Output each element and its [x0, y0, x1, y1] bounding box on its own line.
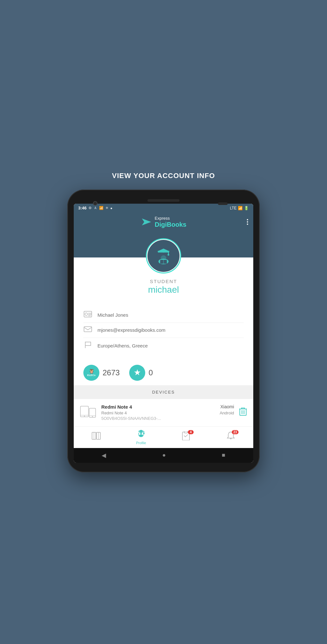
signal-icon: 📶 [238, 206, 243, 210]
student-role-label: STUDENT [150, 279, 177, 284]
app-header: Express DigiBooks [74, 212, 253, 232]
stars-count: 0 [148, 368, 153, 377]
logo-digibooks: DigiBooks [155, 221, 187, 228]
location-row: Europe/Athens, Greece [83, 338, 244, 354]
speaker [147, 199, 180, 202]
stars-stat: ★ 0 [129, 365, 153, 381]
star-badge: ★ [129, 365, 145, 381]
device-brand: Xiaomi [220, 404, 234, 409]
device-id: 5O0VB4OS5I-SNAAVNNEG3-... [101, 416, 161, 421]
logo-express: Express [155, 216, 187, 221]
svg-rect-14 [84, 327, 92, 332]
home-button[interactable]: ● [162, 452, 166, 459]
tasks-badge: 4 [188, 430, 194, 434]
nav-item-notifications[interactable]: 23 [221, 431, 240, 442]
svg-rect-3 [168, 251, 169, 254]
lte-label: LTE [230, 206, 237, 210]
app-logo: Express DigiBooks [141, 216, 187, 228]
recent-button[interactable]: ■ [222, 452, 225, 459]
svg-marker-37 [138, 430, 144, 432]
status-left: 3:46 ⚙ Ａ 📶 ✳ ● [78, 206, 113, 210]
student-username: michael [148, 285, 179, 295]
stats-section: 🦉 ELECs 2673 ★ 0 [74, 360, 253, 385]
phone-top [74, 196, 253, 204]
logo-arrow-icon [141, 216, 152, 228]
devices-icon [80, 405, 96, 418]
header-menu-button[interactable] [247, 219, 248, 225]
a-icon: Ａ [94, 206, 97, 210]
notifications-badge: 23 [232, 430, 239, 434]
profile-graduation-icon [137, 429, 146, 440]
status-time: 3:46 [78, 206, 87, 210]
svg-point-18 [84, 416, 85, 417]
page-title: VIEW YOUR ACCOUNT INFO [112, 172, 215, 180]
bottom-nav: Profile 4 [74, 426, 253, 448]
location-text: Europe/Athens, Greece [97, 343, 148, 348]
device-name-row: Redmi Note 4 Xiaomi [101, 404, 234, 410]
svg-point-36 [140, 432, 142, 434]
svg-point-10 [85, 313, 88, 315]
location-icon: ✳ [105, 206, 108, 210]
email-icon [83, 326, 92, 334]
email-text: mjones@expressdigibooks.com [97, 327, 165, 333]
nav-item-profile[interactable]: Profile [131, 429, 151, 445]
elecs-count: 2673 [103, 368, 120, 377]
delete-device-button[interactable] [239, 407, 247, 418]
full-name-row: Michael Jones [83, 308, 244, 323]
nav-item-tasks[interactable]: 4 [176, 431, 196, 442]
status-right: LTE 📶 🔋 [230, 206, 249, 210]
svg-rect-19 [89, 408, 96, 417]
device-row: Redmi Note 4 Xiaomi Redmi Note 4 Android… [74, 399, 253, 426]
battery-icon: 🔋 [244, 206, 249, 210]
svg-marker-0 [142, 219, 151, 226]
info-section: Michael Jones mjones@expressdigibooks.co… [74, 301, 253, 360]
svg-point-4 [168, 254, 169, 256]
avatar [146, 238, 181, 273]
status-bar: 3:46 ⚙ Ａ 📶 ✳ ● LTE 📶 🔋 [74, 204, 253, 212]
device-os: Android [220, 411, 234, 415]
device-model: Redmi Note 4 [101, 411, 127, 415]
email-row: mjones@expressdigibooks.com [83, 323, 244, 338]
signal-bars-icon: 📶 [99, 206, 104, 210]
avatar-inner [147, 240, 180, 272]
nav-item-books[interactable] [87, 432, 106, 442]
svg-point-35 [139, 434, 143, 437]
phone-device: 3:46 ⚙ Ａ 📶 ✳ ● LTE 📶 🔋 Express [67, 190, 260, 472]
android-nav-bar: ◀ ● ■ [74, 448, 253, 463]
flag-icon [83, 341, 92, 351]
student-avatar-icon [152, 245, 175, 267]
back-button[interactable]: ◀ [102, 452, 106, 459]
svg-point-39 [143, 433, 145, 434]
phone-screen: 3:46 ⚙ Ａ 📶 ✳ ● LTE 📶 🔋 Express [74, 204, 253, 462]
id-card-icon [83, 311, 92, 319]
device-icon [80, 405, 96, 420]
devices-header: DEVICES [74, 385, 253, 399]
full-name-text: Michael Jones [97, 312, 128, 318]
device-sub-row: Redmi Note 4 Android [101, 411, 234, 415]
settings-icon: ⚙ [88, 206, 92, 210]
books-icon [92, 432, 101, 442]
elecs-stat: 🦉 ELECs 2673 [83, 365, 120, 381]
device-main-name: Redmi Note 4 [101, 404, 132, 410]
svg-point-21 [92, 416, 93, 417]
elecs-badge: 🦉 ELECs [83, 365, 99, 381]
device-info: Redmi Note 4 Xiaomi Redmi Note 4 Android… [101, 404, 234, 421]
profile-section: STUDENT michael [74, 232, 253, 301]
sensor [218, 202, 228, 205]
svg-rect-41 [184, 431, 188, 433]
nav-profile-label: Profile [136, 441, 146, 445]
device-id-row: 5O0VB4OS5I-SNAAVNNEG3-... [101, 415, 234, 421]
logo-text: Express DigiBooks [155, 216, 187, 228]
dot-icon: ● [110, 206, 113, 210]
